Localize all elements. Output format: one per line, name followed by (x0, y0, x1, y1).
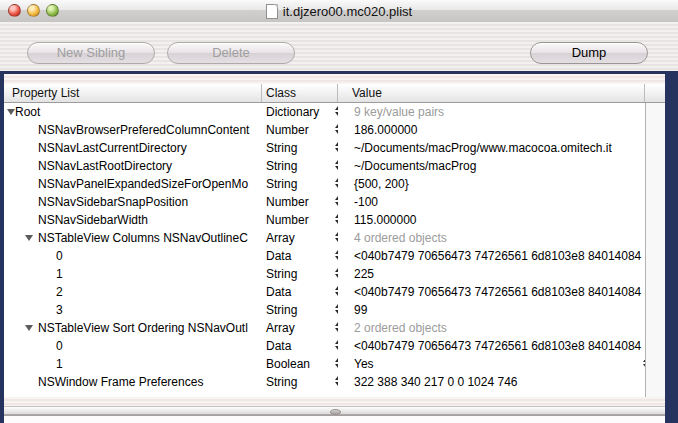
property-key-cell: 2 (4, 283, 262, 301)
header-scrollbar-corner (645, 84, 665, 102)
value-cell[interactable]: ~/Documents/macProg/www.macocoa.omitech.… (338, 139, 645, 157)
plist-editor-window: it.djzero00.mc020.plist New SiblingDelet… (0, 0, 678, 423)
value-cell[interactable]: -100 (338, 193, 645, 211)
table-row[interactable]: 3String99 (4, 301, 665, 319)
class-label: Dictionary (266, 105, 319, 119)
disclosure-triangle-icon[interactable] (25, 235, 33, 241)
value-cell[interactable]: <040b7479 70656473 74726561 6d8103e8 840… (338, 283, 645, 301)
class-cell[interactable]: Dictionary (262, 103, 338, 121)
disclosure-triangle-icon[interactable] (25, 325, 33, 331)
table-row[interactable]: NSNavPanelExpandedSizeForOpenMoString{50… (4, 175, 665, 193)
split-divider[interactable] (4, 406, 665, 415)
column-header-class[interactable]: Class (262, 84, 338, 102)
outline-view: Property ListClassValue RootDictionary9 … (4, 74, 665, 397)
table-row[interactable]: 0Data<040b7479 70656473 74726561 6d8103e… (4, 247, 665, 265)
property-key: NSNavPanelExpandedSizeForOpenMo (4, 175, 248, 193)
lower-pinstripe-strip (4, 397, 665, 406)
value-text: ~/Documents/macProg/www.macocoa.omitech.… (354, 141, 612, 155)
class-cell[interactable]: String (262, 175, 338, 193)
property-key: NSWindow Frame Preferences (4, 373, 203, 391)
class-label: String (266, 267, 297, 281)
value-cell[interactable]: 115.000000 (338, 211, 645, 229)
column-header-property-list[interactable]: Property List (4, 84, 262, 102)
property-key-cell: 0 (4, 337, 262, 355)
minimize-button-icon[interactable] (27, 4, 40, 17)
property-key-cell: NSNavLastCurrentDirectory (4, 139, 262, 157)
vertical-scrollbar[interactable] (645, 103, 665, 397)
value-text: {500, 200} (354, 177, 409, 191)
value-cell[interactable]: ~/Documents/macProg (338, 157, 645, 175)
class-label: Boolean (266, 357, 310, 371)
class-cell[interactable]: Number (262, 211, 338, 229)
class-cell[interactable]: Array (262, 319, 338, 337)
value-text: <040b7479 70656473 74726561 6d8103e8 840… (354, 339, 645, 353)
class-cell[interactable]: Data (262, 337, 338, 355)
disclosure-triangle-icon[interactable] (7, 109, 15, 115)
table-row[interactable]: 1BooleanYes (4, 355, 665, 373)
table-row[interactable]: NSNavSidebarSnapPositionNumber-100 (4, 193, 665, 211)
value-cell[interactable]: 186.000000 (338, 121, 645, 139)
class-cell[interactable]: Number (262, 193, 338, 211)
table-row[interactable]: NSNavLastRootDirectoryString~/Documents/… (4, 157, 665, 175)
value-cell[interactable]: Yes (338, 355, 645, 373)
table-row[interactable]: 0Data<040b7479 70656473 74726561 6d8103e… (4, 337, 665, 355)
property-key: NSNavSidebarWidth (4, 211, 148, 229)
value-cell[interactable]: 4 ordered objects (338, 229, 645, 247)
close-button-icon[interactable] (8, 4, 21, 17)
column-header-value[interactable]: Value (338, 84, 645, 102)
value-text: 322 388 340 217 0 0 1024 746 (354, 375, 518, 389)
delete-button[interactable]: Delete (167, 42, 295, 64)
table-row[interactable]: NSTableView Columns NSNavOutlineCArray4 … (4, 229, 665, 247)
value-cell[interactable]: {500, 200} (338, 175, 645, 193)
table-row[interactable]: NSNavBrowserPreferedColumnContentNumber1… (4, 121, 665, 139)
class-cell[interactable]: String (262, 301, 338, 319)
property-key: NSNavSidebarSnapPosition (4, 193, 188, 211)
table-row[interactable]: NSTableView Sort Ordering NSNavOutlArray… (4, 319, 665, 337)
dump-button[interactable]: Dump (530, 42, 648, 64)
value-cell[interactable]: <040b7479 70656473 74726561 6d8103e8 840… (338, 337, 645, 355)
class-cell[interactable]: String (262, 373, 338, 391)
value-text: 2 ordered objects (354, 321, 447, 335)
table-row[interactable]: NSNavSidebarWidthNumber115.000000 (4, 211, 665, 229)
class-cell[interactable]: String (262, 157, 338, 175)
value-cell[interactable]: 322 388 340 217 0 0 1024 746 (338, 373, 645, 391)
class-cell[interactable]: Array (262, 229, 338, 247)
class-cell[interactable]: String (262, 139, 338, 157)
property-key-cell: 3 (4, 301, 262, 319)
property-key: 1 (4, 265, 63, 283)
table-row[interactable]: NSWindow Frame PreferencesString322 388 … (4, 373, 665, 391)
class-label: String (266, 141, 297, 155)
value-cell[interactable]: 9 key/value pairs (338, 103, 645, 121)
zoom-button-icon[interactable] (46, 4, 59, 17)
class-label: String (266, 303, 297, 317)
table-row[interactable]: RootDictionary9 key/value pairs (4, 103, 665, 121)
table-row[interactable]: 2Data<040b7479 70656473 74726561 6d8103e… (4, 283, 665, 301)
value-cell[interactable]: <040b7479 70656473 74726561 6d8103e8 840… (338, 247, 645, 265)
new-sibling-button[interactable]: New Sibling (27, 42, 155, 64)
property-key-cell: 1 (4, 265, 262, 283)
property-key-cell: 1 (4, 355, 262, 373)
property-key-cell: NSNavLastRootDirectory (4, 157, 262, 175)
title-bar: it.djzero00.mc020.plist (0, 0, 678, 23)
class-cell[interactable]: Data (262, 247, 338, 265)
class-label: String (266, 159, 297, 173)
class-cell[interactable]: Boolean (262, 355, 338, 373)
table-row[interactable]: NSNavLastCurrentDirectoryString~/Documen… (4, 139, 665, 157)
value-cell[interactable]: 2 ordered objects (338, 319, 645, 337)
table-header: Property ListClassValue (4, 84, 665, 103)
value-cell[interactable]: 99 (338, 301, 645, 319)
class-cell[interactable]: String (262, 265, 338, 283)
property-key: 0 (4, 247, 63, 265)
property-key-cell: NSNavBrowserPreferedColumnContent (4, 121, 262, 139)
value-text: 4 ordered objects (354, 231, 447, 245)
value-cell[interactable]: 225 (338, 265, 645, 283)
property-key-cell: NSWindow Frame Preferences (4, 373, 262, 391)
pinstripe-strip (4, 74, 665, 84)
table-row[interactable]: 1String225 (4, 265, 665, 283)
document-proxy-icon[interactable] (266, 4, 278, 19)
property-key: 2 (4, 283, 63, 301)
class-cell[interactable]: Number (262, 121, 338, 139)
class-label: Number (266, 123, 309, 137)
class-label: Array (266, 231, 295, 245)
class-cell[interactable]: Data (262, 283, 338, 301)
